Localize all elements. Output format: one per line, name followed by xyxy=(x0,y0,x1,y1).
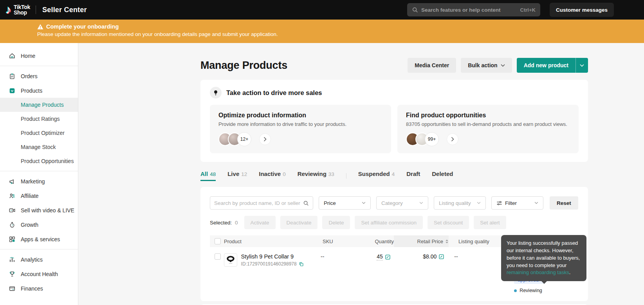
sidebar-item-product-ratings[interactable]: Product Ratings xyxy=(0,112,78,126)
listing-quality-value: -- xyxy=(444,253,502,260)
delete-button[interactable]: Delete xyxy=(322,216,350,229)
tab-deleted[interactable]: Deleted xyxy=(432,170,453,181)
filter-select[interactable]: Filter xyxy=(491,196,543,210)
promo-title: Take action to drive more sales xyxy=(226,89,322,97)
sidebar-item-home[interactable]: Home xyxy=(0,48,78,63)
set-alert-button[interactable]: Set alert xyxy=(474,216,506,229)
customer-messages-button[interactable]: Customer messages xyxy=(550,3,614,17)
sidebar-item-product-opportunities[interactable]: Product Opportunities xyxy=(0,154,78,168)
sidebar-item-marketing[interactable]: Marketing xyxy=(0,174,78,188)
activate-button[interactable]: Activate xyxy=(244,216,276,229)
product-list-card: Price Category Listing qua xyxy=(200,187,588,301)
sidebar-label: Manage Products xyxy=(21,102,64,108)
global-search-input[interactable] xyxy=(421,7,517,13)
brand-divider xyxy=(36,5,36,14)
tab-label: Deleted xyxy=(432,170,453,177)
product-image xyxy=(224,253,237,267)
tiktok-shop-logo[interactable]: ♪ TikTok Shop xyxy=(5,4,30,16)
arrow-right-button[interactable] xyxy=(259,133,271,145)
tab-count: 12 xyxy=(241,171,247,177)
tab-draft[interactable]: Draft xyxy=(406,170,420,181)
sidebar-item-account-health[interactable]: Account Health xyxy=(0,267,78,281)
tab-reviewing[interactable]: Reviewing 33 xyxy=(298,170,334,181)
tooltip-text: Your listing successfully passed our int… xyxy=(507,240,580,268)
arrow-right-button[interactable] xyxy=(447,133,458,145)
chevron-right-icon xyxy=(451,137,454,142)
onboarding-banner: Complete your onboarding Please update t… xyxy=(0,20,644,43)
column-retail-price[interactable]: Retail Price xyxy=(394,235,449,247)
sidebar-label: Product Ratings xyxy=(21,116,60,122)
tab-label: All xyxy=(200,170,208,177)
find-opportunities-card[interactable]: Find product opportunities 83705 opportu… xyxy=(397,105,579,153)
sort-icon[interactable] xyxy=(445,239,449,244)
optimize-product-card[interactable]: Optimize product information Provide mor… xyxy=(210,105,391,153)
chevron-right-icon xyxy=(263,137,267,142)
products-icon xyxy=(9,87,16,94)
column-sku: SKU xyxy=(323,239,358,244)
opportunities-card-desc: 83705 opportunities to sell in-demand pr… xyxy=(406,121,570,127)
tab-suspended[interactable]: Suspended 4 xyxy=(358,170,395,181)
sidebar-item-products[interactable]: Products xyxy=(0,83,78,98)
sidebar-item-manage-stock[interactable]: Manage Stock xyxy=(0,140,78,154)
remaining-onboarding-tasks-link[interactable]: remaining onboarding tasks xyxy=(507,269,569,275)
sidebar: Home Orders Products Manage Products xyxy=(0,43,78,305)
product-search-input[interactable] xyxy=(214,200,301,206)
tab-label: Inactive xyxy=(259,170,281,177)
set-affiliate-commission-button[interactable]: Set affiliate commission xyxy=(355,216,423,229)
brand-line-2: Shop xyxy=(14,10,30,15)
more-count-badge: 12+ xyxy=(237,132,251,146)
tab-all[interactable]: All 48 xyxy=(200,170,216,181)
page-title: Manage Products xyxy=(200,59,287,72)
product-name[interactable]: Stylish 9 Pet Collar 9 xyxy=(241,253,304,260)
tab-inactive[interactable]: Inactive 0 xyxy=(259,170,285,181)
chevron-down-icon xyxy=(477,202,481,204)
price-filter-select[interactable]: Price xyxy=(319,196,371,210)
sidebar-divider xyxy=(0,249,78,249)
sidebar-item-growth[interactable]: Growth xyxy=(0,217,78,232)
sidebar-item-product-optimizer[interactable]: Product Optimizer xyxy=(0,126,78,140)
column-product: Product xyxy=(224,239,323,244)
selected-number: 0 xyxy=(235,220,238,226)
trophy-icon xyxy=(9,271,16,278)
bulk-action-label: Bulk action xyxy=(468,62,497,68)
sidebar-item-orders[interactable]: Orders xyxy=(0,69,78,83)
reset-button[interactable]: Reset xyxy=(550,196,578,210)
bulk-action-button[interactable]: Bulk action xyxy=(461,58,512,73)
search-icon xyxy=(303,200,309,206)
sidebar-label: Growth xyxy=(21,222,38,228)
sidebar-label: Account Health xyxy=(21,271,58,277)
banner-title: Complete your onboarding xyxy=(46,23,119,30)
listing-quality-filter-select[interactable]: Listing quality xyxy=(434,196,486,210)
sidebar-item-sell-with-video-live[interactable]: Sell with video & LIVE xyxy=(0,203,78,217)
edit-price-icon[interactable] xyxy=(438,254,444,260)
add-new-product-button[interactable]: Add new product xyxy=(517,58,575,73)
add-new-product-caret-button[interactable] xyxy=(575,58,588,73)
lightbulb-icon xyxy=(213,90,219,96)
sidebar-label: Product Opportunities xyxy=(21,158,74,164)
retail-price-value: $8.00 xyxy=(423,253,437,260)
set-discount-button[interactable]: Set discount xyxy=(428,216,469,229)
row-checkbox[interactable] xyxy=(215,253,221,260)
select-all-checkbox[interactable] xyxy=(215,238,221,244)
tab-count: 4 xyxy=(392,171,395,177)
deactivate-button[interactable]: Deactivate xyxy=(280,216,318,229)
megaphone-icon xyxy=(9,178,16,185)
warning-icon xyxy=(37,24,43,30)
edit-quantity-icon[interactable] xyxy=(385,254,391,260)
optimize-card-title: Optimize product information xyxy=(218,112,382,119)
media-center-button[interactable]: Media Center xyxy=(408,58,456,73)
sidebar-item-manage-products[interactable]: Manage Products xyxy=(0,98,78,112)
orders-icon xyxy=(9,73,16,80)
product-id: ID:1729700191460298978 xyxy=(241,261,297,267)
chevron-down-icon xyxy=(534,202,538,204)
sidebar-item-analytics[interactable]: Analytics xyxy=(0,252,78,267)
retail-price-label: Retail Price xyxy=(417,239,443,244)
global-search[interactable]: Ctrl+K xyxy=(407,3,540,16)
product-search[interactable] xyxy=(210,196,313,210)
tab-live[interactable]: Live 12 xyxy=(227,170,247,181)
sidebar-item-apps-services[interactable]: Apps & services xyxy=(0,232,78,246)
sidebar-item-affiliate[interactable]: Affiliate xyxy=(0,188,78,203)
category-filter-select[interactable]: Category xyxy=(376,196,428,210)
copy-icon[interactable] xyxy=(299,262,304,267)
sidebar-item-finances[interactable]: Finances xyxy=(0,281,78,296)
